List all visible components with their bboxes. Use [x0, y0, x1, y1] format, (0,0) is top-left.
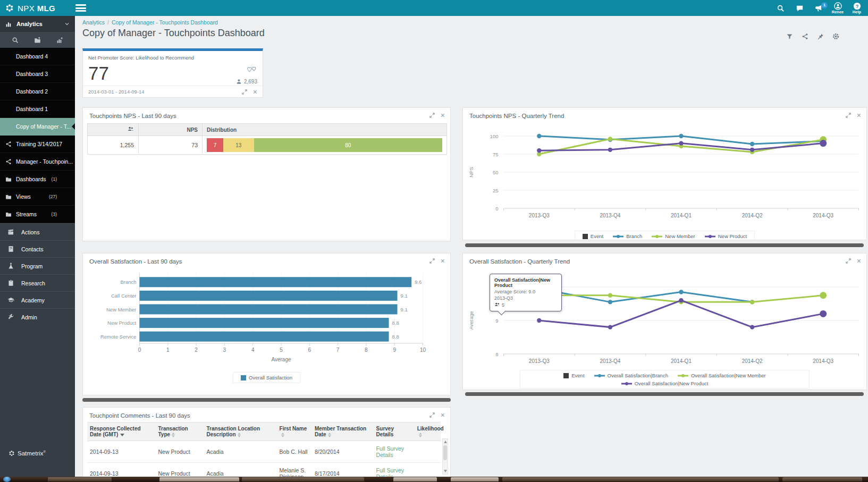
data-point[interactable] [608, 293, 612, 298]
data-point[interactable] [679, 290, 683, 294]
data-point[interactable] [750, 300, 754, 304]
start-button[interactable] [3, 477, 11, 482]
data-point[interactable] [608, 325, 612, 329]
data-point[interactable] [679, 298, 683, 302]
column-first-name[interactable]: First Name [277, 422, 312, 441]
satisfaction-bar-chart[interactable]: 012345678910Branch9.6Call Center9.1New M… [83, 268, 450, 372]
sidebar-item-program[interactable]: Program [0, 257, 75, 274]
sidebar-folder-dashboards[interactable]: Dashboards(1) [0, 171, 75, 188]
close-icon[interactable]: × [441, 412, 445, 418]
close-icon[interactable]: × [253, 89, 257, 95]
data-point[interactable] [820, 310, 827, 317]
expand-icon[interactable] [429, 112, 435, 119]
data-point[interactable] [820, 292, 827, 299]
close-icon[interactable]: × [441, 113, 445, 118]
bar-remote-service[interactable] [140, 332, 389, 342]
sidebar-item-training-3-14-2017[interactable]: Training 3/14/2017 [0, 136, 75, 153]
data-point[interactable] [608, 148, 612, 152]
search-icon[interactable] [12, 37, 19, 44]
data-point[interactable] [750, 142, 754, 146]
full-survey-details-link[interactable]: Full Survey Details [376, 467, 404, 477]
legend-item[interactable]: New Product [705, 233, 747, 239]
taskbar-window-button[interactable] [48, 477, 112, 481]
close-icon[interactable]: × [441, 258, 445, 264]
column-response-collected-date-gmt[interactable]: Response Collected Date (GMT) [87, 422, 156, 441]
sidebar-item-research[interactable]: Research [0, 274, 75, 291]
taskbar-window-button[interactable] [242, 477, 364, 481]
data-point[interactable] [537, 318, 541, 323]
data-point[interactable] [679, 134, 683, 138]
new-chart-icon[interactable] [56, 37, 63, 44]
data-point[interactable] [608, 137, 612, 141]
legend-item[interactable]: Overall Satisfaction|Branch [594, 373, 668, 378]
sidebar-item-manager-touchpoin[interactable]: Manager - Touchpoin... [0, 153, 75, 171]
column-transaction-location-description[interactable]: Transaction Location Description [204, 422, 277, 441]
menu-toggle-icon[interactable] [75, 4, 86, 12]
full-survey-details-link[interactable]: Full Survey Details [376, 445, 404, 458]
expand-icon[interactable] [845, 112, 852, 119]
filter-icon[interactable] [786, 33, 793, 40]
data-point[interactable] [750, 325, 754, 329]
nps-trend-chart[interactable]: 02550751002013-Q32013-Q42014-Q12014-Q220… [463, 122, 866, 231]
sidebar-item-admin[interactable]: Admin [0, 308, 75, 325]
expand-icon[interactable] [845, 258, 852, 264]
data-point[interactable] [608, 300, 612, 304]
legend-item[interactable]: Overall Satisfaction|New Member [678, 373, 766, 378]
expand-icon[interactable] [429, 412, 435, 418]
share-icon[interactable] [802, 33, 808, 40]
legend-item[interactable]: Event [563, 373, 584, 378]
close-icon[interactable]: × [857, 113, 861, 118]
bar-new-member[interactable] [140, 305, 398, 315]
horizontal-scrollbar[interactable] [465, 243, 864, 247]
legend-item[interactable]: New Member [652, 233, 695, 239]
legend-item[interactable]: Overall Satisfaction|New Product [621, 380, 709, 386]
pin-icon[interactable] [817, 33, 824, 40]
announcements-button[interactable]: 1 [811, 4, 827, 12]
taskbar-window-button[interactable] [451, 477, 499, 481]
column-distribution[interactable]: Distribution [203, 124, 447, 136]
sidebar-item-dashboard-1[interactable]: Dashboard 1 [0, 100, 75, 118]
sidebar-folder-views[interactable]: Views(27) [0, 188, 75, 206]
taskbar-window-button[interactable] [159, 477, 239, 481]
column-nps[interactable]: NPS [139, 124, 203, 136]
bar-new-product[interactable] [140, 318, 389, 328]
legend-item[interactable]: Event [583, 233, 603, 239]
data-point[interactable] [679, 141, 683, 145]
legend-item[interactable]: Branch [613, 233, 642, 239]
horizontal-scrollbar[interactable] [82, 398, 451, 402]
breadcrumb-current[interactable]: Copy of Manager - Touchpoints Dashboard [112, 19, 218, 26]
legend-item[interactable]: Overall Satisfaction [241, 375, 292, 380]
user-menu-button[interactable]: Renee [830, 2, 846, 14]
sidebar-item-dashboard-3[interactable]: Dashboard 3 [0, 65, 75, 83]
horizontal-scrollbar[interactable] [465, 392, 864, 396]
breadcrumb-analytics[interactable]: Analytics [82, 19, 105, 26]
global-search-button[interactable] [772, 4, 788, 12]
sidebar-item-dashboard-2[interactable]: Dashboard 2 [0, 83, 75, 100]
vertical-scrollbar[interactable] [442, 438, 448, 475]
data-point[interactable] [537, 148, 541, 153]
sidebar-item-contacts[interactable]: Contacts [0, 240, 75, 257]
sidebar-item-copy-of-manager-t[interactable]: Copy of Manager - T... [0, 118, 75, 136]
column-member-transaction-date[interactable]: Member Transaction Date [312, 422, 374, 441]
taskbar-window-button[interactable] [502, 477, 779, 481]
messages-button[interactable] [791, 4, 807, 12]
new-folder-icon[interactable] [34, 37, 41, 44]
taskbar-window-button[interactable] [782, 477, 862, 481]
sidebar-section-analytics[interactable]: Analytics [0, 16, 75, 32]
gear-icon[interactable] [832, 33, 839, 40]
expand-icon[interactable] [241, 89, 248, 95]
bar-call-center[interactable] [140, 291, 398, 301]
sidebar-folder-streams[interactable]: Streams(3) [0, 206, 75, 223]
column-respondents[interactable] [88, 124, 139, 136]
brand-logo[interactable]: NPX MLG [0, 4, 55, 13]
sidebar-item-actions[interactable]: Actions [0, 223, 75, 240]
column-likelihood[interactable]: Likelihood [415, 422, 441, 441]
bar-branch[interactable] [140, 277, 412, 287]
data-point[interactable] [537, 134, 541, 138]
taskbar-window-button[interactable] [393, 477, 437, 481]
sidebar-item-dashboard-4[interactable]: Dashboard 4 [0, 48, 75, 65]
expand-icon[interactable] [429, 258, 435, 264]
help-button[interactable]: ? Help [849, 2, 865, 14]
data-point[interactable] [820, 140, 827, 147]
sidebar-item-academy[interactable]: Academy [0, 291, 75, 308]
